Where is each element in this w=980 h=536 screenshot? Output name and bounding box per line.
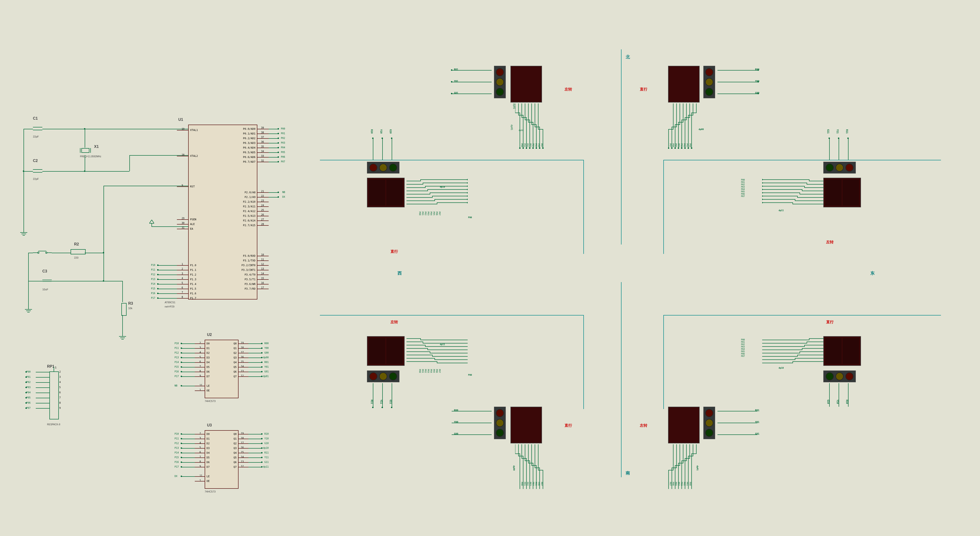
led-red: [845, 373, 853, 381]
led-yellow: [379, 373, 387, 381]
se-label: 左转: [640, 423, 648, 428]
east-bot-traffic-light[interactable]: [823, 371, 856, 382]
c2-val: 22pF: [33, 178, 39, 180]
u1-ref: U1: [178, 117, 183, 122]
svg-point-24: [467, 179, 468, 180]
svg-point-28: [467, 192, 468, 193]
east-bot-7seg[interactable]: [823, 336, 861, 366]
led-red: [496, 68, 504, 76]
x1-val: FREQ=11.0592MHz: [80, 155, 101, 158]
capacitor-c3[interactable]: [42, 280, 52, 283]
road-north-right-line: [663, 160, 941, 160]
r3-ref: R3: [128, 301, 133, 306]
west-top-traffic-light[interactable]: [367, 162, 399, 173]
led-yellow: [835, 373, 843, 381]
c3-val: 10uF: [42, 288, 48, 291]
west-bot-7seg[interactable]: [367, 336, 405, 366]
resistor-r3[interactable]: [121, 303, 127, 316]
sw-traffic-light[interactable]: [494, 407, 506, 439]
east-bot-label: 直行: [826, 320, 834, 325]
latch-u2[interactable]: D02P10D13P11D24P12D35P13D46P14D57P15D68P…: [205, 340, 239, 398]
road-south-left-line: [320, 315, 583, 316]
se-traffic-light[interactable]: [703, 407, 715, 439]
r3-val: 10k: [128, 307, 132, 309]
west-bot-traffic-light[interactable]: [367, 371, 399, 382]
svg-point-29: [467, 195, 468, 197]
led-green: [705, 429, 713, 437]
north-label: 北: [626, 54, 630, 60]
led-red: [496, 409, 504, 417]
road-se-corner-v: [663, 315, 664, 409]
reset-button[interactable]: [33, 249, 52, 257]
led-yellow: [379, 163, 387, 171]
gnd2: [25, 304, 32, 312]
ground-symbol: [20, 228, 27, 236]
road-nw-corner-v: [583, 160, 584, 254]
svg-point-2: [526, 147, 527, 149]
svg-point-14: [671, 147, 673, 149]
resistor-pack-rp1[interactable]: P002P013P024P035P046P057P068P079: [49, 371, 59, 419]
sw-7seg[interactable]: [511, 407, 542, 443]
svg-point-19: [762, 189, 763, 190]
c2-ref: C2: [33, 159, 38, 163]
r2-val: 220: [74, 256, 78, 259]
svg-point-6: [539, 147, 540, 149]
svg-point-0: [519, 147, 520, 149]
c1-val: 22pF: [33, 135, 39, 138]
led-yellow: [705, 78, 713, 86]
led-red: [705, 68, 713, 76]
east-bot-seg-bus: [762, 336, 823, 370]
svg-point-20: [762, 192, 763, 193]
northwest-7seg[interactable]: [511, 66, 542, 103]
east-top-7seg[interactable]: [823, 178, 861, 207]
led-yellow: [835, 163, 843, 171]
road-ne-corner-v: [663, 160, 664, 254]
road-south-right-line: [663, 315, 941, 316]
east-top-traffic-light[interactable]: [823, 162, 856, 173]
gnd3: [119, 331, 126, 339]
svg-point-12: [678, 147, 679, 149]
u2-ref: U2: [207, 333, 212, 337]
capacitor-c2[interactable]: [33, 169, 42, 173]
led-green: [826, 373, 834, 381]
rp1-val: RESPACK-8: [47, 423, 60, 426]
svg-point-23: [762, 202, 763, 203]
u1-net: net=P29: [165, 305, 174, 308]
road-north-left-line: [320, 160, 583, 160]
led-red: [705, 409, 713, 417]
svg-point-4: [532, 147, 534, 149]
svg-point-30: [467, 199, 468, 200]
u1-val: AT89C51: [165, 301, 175, 304]
west-label: 西: [398, 270, 402, 276]
led-red: [845, 163, 853, 171]
west-bot-seg-bus: [406, 336, 468, 370]
resistor-r2[interactable]: [71, 249, 86, 254]
svg-point-10: [684, 147, 686, 149]
svg-point-7: [542, 147, 544, 149]
svg-point-1: [522, 147, 524, 149]
west-bot-label: 左转: [390, 320, 398, 325]
northeast-traffic-light[interactable]: [703, 66, 715, 98]
led-red: [369, 373, 377, 381]
road-center-top-v: [621, 49, 622, 244]
northwest-traffic-light[interactable]: [494, 66, 506, 98]
svg-point-22: [762, 199, 763, 200]
latch-u3[interactable]: D02P10D13P11D24P12D35P13D46P14D57P15D68P…: [205, 430, 239, 489]
road-center-bot-v: [621, 282, 622, 477]
capacitor-c1[interactable]: [33, 127, 42, 130]
led-red: [369, 163, 377, 171]
mcu-u1[interactable]: XTAL119XTAL218RST9PSEN29ALE30EA31P1.01P1…: [188, 125, 257, 300]
south-label: 南: [626, 470, 630, 476]
r2-ref: R2: [74, 242, 79, 246]
northeast-7seg[interactable]: [668, 66, 700, 103]
c3-ref: C3: [42, 269, 47, 273]
west-top-7seg[interactable]: [367, 178, 405, 207]
svg-point-17: [762, 182, 763, 184]
crystal-x1[interactable]: [80, 148, 91, 153]
led-green: [389, 373, 397, 381]
led-yellow: [496, 419, 504, 427]
se-7seg[interactable]: [668, 407, 700, 443]
schematic-canvas[interactable]: 北 南 西 东 左转 R01 Y01 G01 dp01 dp01: [0, 0, 980, 536]
svg-point-34: [46, 252, 47, 254]
svg-point-9: [687, 147, 689, 149]
